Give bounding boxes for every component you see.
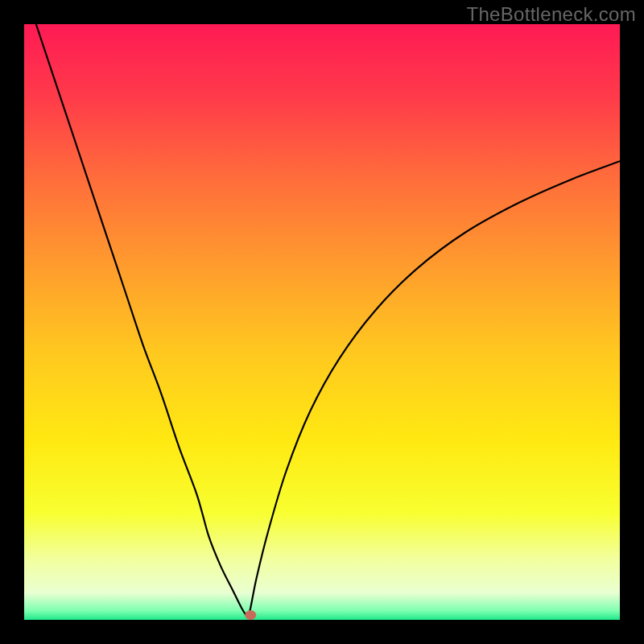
plot-area [24, 24, 620, 620]
optimal-point-marker [245, 610, 256, 620]
chart-frame: TheBottleneck.com [0, 0, 644, 644]
gradient-background [24, 24, 620, 620]
plot-svg [24, 24, 620, 620]
watermark-text: TheBottleneck.com [466, 3, 636, 26]
